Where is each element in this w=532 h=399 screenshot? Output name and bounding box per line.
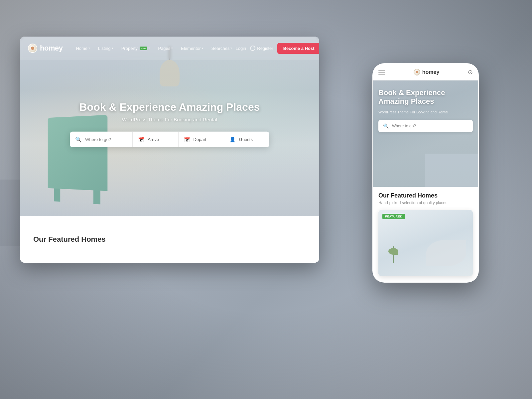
menu-line: [378, 70, 385, 70]
logo-icon: [28, 44, 37, 53]
mobile-featured-title: Our Featured Homes: [378, 192, 473, 199]
plant-leaf: [388, 248, 398, 255]
logo-text: homey: [40, 44, 63, 53]
mobile-hero-title: Book & Experience Amazing Places: [378, 88, 473, 106]
nav-property[interactable]: Property new ▾: [118, 44, 154, 53]
nav-pages[interactable]: Pages ▾: [155, 44, 176, 53]
hero-content: Book & Experience Amazing Places WordPre…: [70, 101, 269, 147]
mobile-featured-section: Our Featured Homes Hand-picked selection…: [373, 187, 478, 282]
hero-section: homey Home ▾ Listing ▾ Property new ▾ Pa…: [20, 37, 319, 216]
mobile-search-placeholder: Where to go?: [392, 124, 416, 128]
card-plant-decoration: [385, 246, 402, 273]
chevron-down-icon: ▾: [230, 47, 232, 50]
chevron-down-icon: ▾: [171, 47, 173, 50]
featured-homes-title: Our Featured Homes: [33, 235, 106, 244]
featured-homes-section: Our Featured Homes: [20, 216, 319, 263]
lamp-body: [160, 60, 180, 86]
nav-searches[interactable]: Searches ▾: [208, 44, 236, 53]
desktop-mockup: homey Home ▾ Listing ▾ Property new ▾ Pa…: [20, 37, 319, 263]
navbar: homey Home ▾ Listing ▾ Property new ▾ Pa…: [20, 37, 319, 60]
search-bar: 🔍 Where to go? 📅 Arrive 📅 Depart 👤 Guest…: [70, 132, 269, 147]
mobile-search-icon-sm: 🔍: [383, 123, 389, 129]
chevron-down-icon: ▾: [88, 47, 90, 50]
chair-leg: [93, 190, 100, 204]
guests-icon: 👤: [229, 137, 236, 143]
featured-badge: FEATURED: [382, 214, 405, 219]
menu-line: [378, 72, 385, 72]
mobile-logo-text: homey: [422, 69, 440, 75]
depart-label: Depart: [194, 137, 206, 142]
mobile-property-card[interactable]: FEATURED: [378, 210, 473, 276]
register-button[interactable]: Register: [250, 46, 273, 51]
where-to-go-field[interactable]: 🔍 Where to go?: [70, 132, 133, 147]
chair-leg: [54, 189, 60, 202]
chevron-down-icon: ▾: [148, 47, 150, 50]
mobile-sofa-decoration: [425, 154, 478, 187]
new-badge: new: [140, 47, 148, 50]
depart-field[interactable]: 📅 Depart: [179, 132, 224, 147]
arrive-field[interactable]: 📅 Arrive: [133, 132, 178, 147]
mobile-logo-icon: [414, 69, 420, 75]
search-placeholder-text: Where to go?: [85, 137, 111, 142]
calendar-icon: 📅: [184, 137, 190, 143]
nav-links: Home ▾ Listing ▾ Property new ▾ Pages ▾: [72, 44, 235, 53]
chevron-down-icon: ▾: [112, 47, 113, 50]
mobile-hero-section: Book & Experience Amazing Places WordPre…: [373, 80, 478, 187]
card-furniture-decoration: [426, 240, 466, 266]
nav-listing[interactable]: Listing ▾: [95, 44, 117, 53]
menu-line: [378, 74, 385, 74]
mobile-search-icon[interactable]: ⊙: [468, 68, 473, 76]
mobile-navbar: homey ⊙: [373, 64, 478, 80]
hamburger-menu-button[interactable]: [378, 70, 385, 74]
nav-auth-area: Login Register Become a Host: [235, 43, 319, 54]
calendar-icon: 📅: [138, 137, 144, 143]
nav-home[interactable]: Home ▾: [72, 44, 93, 53]
hero-title: Book & Experience Amazing Places: [70, 101, 269, 113]
arrive-label: Arrive: [148, 137, 159, 142]
logo[interactable]: homey: [28, 44, 63, 53]
search-icon: 🔍: [75, 136, 82, 143]
guests-label: Guests: [239, 137, 253, 142]
chevron-down-icon: ▾: [202, 47, 203, 50]
mobile-logo[interactable]: homey: [414, 69, 440, 75]
register-icon: [250, 46, 255, 51]
mobile-featured-subtitle: Hand-picked selection of quality places: [378, 200, 473, 205]
hero-subtitle: WordPress Theme For Booking and Rental: [70, 117, 269, 122]
become-host-button[interactable]: Become a Host: [277, 43, 319, 54]
mobile-hero-subtitle: WordPress Theme For Booking and Rental: [378, 109, 473, 115]
mobile-inner: homey ⊙ Book & Experience Amazing Places…: [373, 64, 478, 282]
mobile-mockup: homey ⊙ Book & Experience Amazing Places…: [372, 63, 479, 283]
mobile-search-bar[interactable]: 🔍 Where to go?: [378, 120, 473, 132]
nav-elementor[interactable]: Elementor ▾: [178, 44, 206, 53]
login-button[interactable]: Login: [235, 46, 246, 51]
guests-field[interactable]: 👤 Guests: [224, 132, 269, 147]
